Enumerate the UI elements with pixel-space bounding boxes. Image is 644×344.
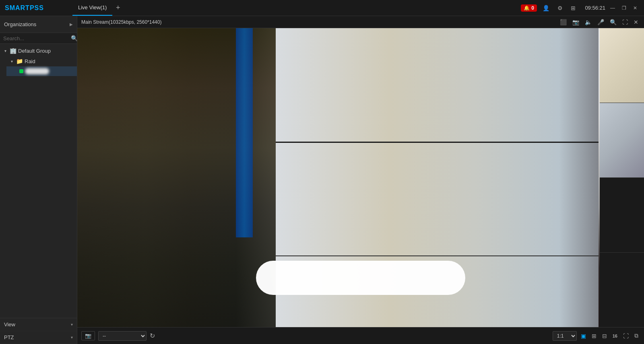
expand-sub-icon: ▾ — [9, 59, 14, 64]
subgroup-label: Raid — [25, 58, 35, 64]
ptz-section[interactable]: PTZ ▾ — [0, 331, 77, 344]
view-section[interactable]: View ▾ — [0, 318, 77, 331]
snapshot-button[interactable]: 📷 — [571, 18, 581, 26]
add-tab-button[interactable]: + — [112, 2, 124, 14]
settings-button[interactable]: ⚙ — [555, 3, 565, 13]
video-header: Main Stream(10325kbps, 2560*1440) ⬛ 📷 🔈 … — [77, 16, 644, 28]
feed-divider-horizontal — [276, 142, 599, 143]
group-icon: 🏢 — [10, 47, 17, 54]
tree-group-row[interactable]: ▾ 🏢 Default Group — [0, 45, 77, 56]
titlebar: SMARTPSS Live View(1) + 🔔 0 👤 ⚙ ⊞ 09:56:… — [0, 0, 644, 16]
layout-3x3-button[interactable]: ⊟ — [601, 332, 609, 340]
search-box: 🔍 — [0, 33, 77, 44]
video-controls-top: ⬛ 📷 🔈 🎤 🔍 ⛶ ✕ — [558, 18, 640, 26]
ptz-label: PTZ — [4, 334, 14, 340]
stream-info: Main Stream(10325kbps, 2560*1440) — [81, 19, 161, 25]
main: Organizations ▶ 🔍 ▾ 🏢 Default Group ▾ 📁 … — [0, 16, 644, 344]
thumb-1-content — [600, 28, 644, 103]
thumb-3-content — [600, 178, 644, 252]
zoom-selector[interactable]: 1:1 Fit 50% 200% — [553, 331, 577, 341]
search-icon[interactable]: 🔍 — [71, 35, 78, 41]
video-footer: 📷 -- Main Stream Sub Stream ↻ 1:1 Fit 50… — [77, 327, 644, 344]
view-chevron-icon: ▾ — [71, 322, 73, 327]
mic-button[interactable]: 🎤 — [596, 18, 606, 26]
refresh-button[interactable]: ↻ — [150, 332, 155, 340]
organizations-header[interactable]: Organizations ▶ — [0, 16, 77, 33]
tree-group-default: ▾ 🏢 Default Group ▾ 📁 Raid — [0, 45, 77, 76]
device-label — [25, 68, 49, 74]
grid-button[interactable]: ⊞ — [568, 3, 578, 13]
search-input[interactable] — [3, 35, 71, 41]
layout-1x1-button[interactable]: ▣ — [579, 332, 588, 340]
expand-icon: ▾ — [2, 49, 8, 53]
alert-badge[interactable]: 🔔 0 — [521, 4, 537, 12]
thumb-3[interactable] — [600, 178, 644, 253]
footer-snapshot-button[interactable]: 📷 — [81, 331, 95, 340]
blue-stripe — [236, 28, 253, 237]
thumbnail-panel — [600, 28, 644, 327]
user-button[interactable]: 👤 — [540, 3, 552, 13]
feed-divider-horizontal-2 — [276, 255, 599, 256]
device-status-indicator — [19, 69, 23, 73]
close-button[interactable]: ✕ — [631, 4, 639, 12]
zoom-in-button[interactable]: 🔍 — [608, 18, 618, 26]
thumb-2[interactable] — [600, 103, 644, 178]
popout-button[interactable]: ⧉ — [633, 332, 640, 340]
layout-2x2-button[interactable]: ⊞ — [590, 332, 598, 340]
layout-16-button[interactable]: 16 — [611, 333, 619, 339]
thumb-4-content — [600, 253, 644, 327]
camera-feed — [77, 28, 644, 327]
footer-left: 📷 -- Main Stream Sub Stream ↻ — [81, 331, 155, 341]
sidebar-bottom: View ▾ PTZ ▾ — [0, 318, 77, 344]
tabs-area: Live View(1) + — [72, 0, 521, 16]
titlebar-right: 🔔 0 👤 ⚙ ⊞ 09:56:21 — ❐ ✕ — [521, 3, 644, 13]
aspect-ratio-button[interactable]: ⬛ — [558, 18, 568, 26]
footer-fullscreen-button[interactable]: ⛶ — [621, 332, 630, 340]
fullscreen-button[interactable]: ⛶ — [621, 18, 630, 26]
tree-device-row[interactable] — [6, 66, 77, 76]
stream-selector[interactable]: -- Main Stream Sub Stream — [98, 331, 147, 341]
group-label: Default Group — [18, 48, 51, 54]
folder-icon: 📁 — [16, 58, 23, 64]
censored-area — [256, 261, 465, 295]
ptz-chevron-icon: ▾ — [71, 335, 73, 340]
tree-subgroup: ▾ 📁 Raid — [0, 56, 77, 76]
minimize-button[interactable]: — — [609, 4, 617, 12]
device-tree: ▾ 🏢 Default Group ▾ 📁 Raid — [0, 44, 77, 318]
thumb-4[interactable] — [600, 253, 644, 327]
organizations-label: Organizations — [4, 21, 36, 27]
thumb-2-content — [600, 103, 644, 177]
chevron-right-icon: ▶ — [70, 22, 73, 27]
thumb-1[interactable] — [600, 28, 644, 103]
audio-button[interactable]: 🔈 — [583, 18, 593, 26]
bell-icon: 🔔 — [524, 5, 530, 11]
sidebar: Organizations ▶ 🔍 ▾ 🏢 Default Group ▾ 📁 … — [0, 16, 77, 344]
close-stream-button[interactable]: ✕ — [632, 18, 640, 26]
clock: 09:56:21 — [581, 5, 605, 11]
tree-subgroup-row[interactable]: ▾ 📁 Raid — [6, 56, 77, 66]
restore-button[interactable]: ❐ — [620, 4, 628, 12]
app-logo: SMARTPSS — [0, 4, 72, 12]
footer-right: 1:1 Fit 50% 200% ▣ ⊞ ⊟ 16 ⛶ ⧉ — [553, 331, 640, 341]
view-label: View — [4, 321, 15, 328]
tab-live-view[interactable]: Live View(1) — [72, 0, 112, 16]
video-area: Main Stream(10325kbps, 2560*1440) ⬛ 📷 🔈 … — [77, 16, 644, 344]
video-content — [77, 28, 644, 327]
